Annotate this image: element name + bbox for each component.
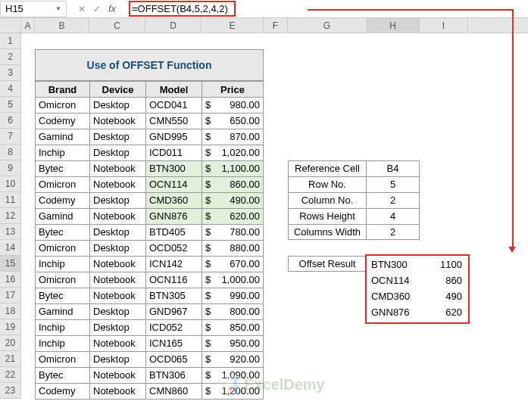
cell-price[interactable]: $1,020.00 <box>202 145 264 161</box>
cell-brand[interactable]: Gamind <box>35 209 89 225</box>
cell-brand[interactable]: Inchip <box>35 336 89 352</box>
cell-brand[interactable]: Bytec <box>35 288 89 304</box>
row-header[interactable]: 14 <box>0 240 21 256</box>
param-value[interactable]: 5 <box>367 176 420 192</box>
cell-model[interactable]: CMN860 <box>145 384 202 400</box>
cell-model[interactable]: BTD405 <box>145 225 202 241</box>
result-value[interactable]: 860 <box>420 273 467 289</box>
cell-device[interactable]: Desktop <box>89 145 145 161</box>
cell-price[interactable]: $850.00 <box>202 320 264 336</box>
cell-model[interactable]: GND995 <box>145 129 202 145</box>
cell-model[interactable]: BTN300 <box>145 161 202 177</box>
row-header[interactable]: 21 <box>0 351 21 367</box>
cell-price[interactable]: $950.00 <box>202 336 264 352</box>
cell-device[interactable]: Notebook <box>89 288 145 304</box>
result-model[interactable]: BTN300 <box>368 257 420 273</box>
result-value[interactable]: 620 <box>420 305 467 321</box>
row-header[interactable]: 5 <box>0 97 21 113</box>
result-model[interactable]: CMD360 <box>368 289 420 305</box>
cell-brand[interactable]: Codemy <box>35 384 89 400</box>
cell-model[interactable]: OCN114 <box>145 177 202 193</box>
cell-model[interactable]: CMD360 <box>145 193 202 209</box>
cell-model[interactable]: GNN876 <box>145 209 202 225</box>
param-label[interactable]: Columns Width <box>288 224 367 240</box>
cells-area[interactable]: Use of OFFSET Function Brand Device Mode… <box>21 33 528 399</box>
cell-brand[interactable]: Bytec <box>35 368 89 384</box>
cell-brand[interactable]: Codemy <box>35 114 89 129</box>
col-header[interactable]: H <box>367 18 420 33</box>
cell-device[interactable]: Notebook <box>89 257 145 272</box>
name-box[interactable]: H15 ▼ <box>0 1 67 17</box>
row-header[interactable]: 9 <box>0 160 21 176</box>
cell-brand[interactable]: Omicron <box>35 241 89 257</box>
row-header[interactable]: 22 <box>0 367 21 383</box>
cell-device[interactable]: Notebook <box>89 368 145 384</box>
cell-brand[interactable]: Codemy <box>35 193 89 209</box>
col-header[interactable]: D <box>145 18 202 33</box>
cell-device[interactable]: Notebook <box>89 272 145 288</box>
cell-price[interactable]: $870.00 <box>202 129 264 145</box>
cell-model[interactable]: ICN165 <box>145 336 202 352</box>
param-label[interactable]: Row No. <box>288 176 367 192</box>
col-header[interactable]: I <box>420 18 468 33</box>
cell-brand[interactable]: Omicron <box>35 98 89 114</box>
cell-price[interactable]: $1,000.00 <box>202 272 264 288</box>
cell-brand[interactable]: Inchip <box>35 257 89 272</box>
fx-icon[interactable]: fx <box>106 3 118 14</box>
check-icon[interactable]: ✓ <box>91 4 103 14</box>
param-value[interactable]: B4 <box>367 160 420 176</box>
cell-price[interactable]: $490.00 <box>202 193 264 209</box>
cell-model[interactable]: OCD041 <box>145 98 202 114</box>
cell-model[interactable]: GND967 <box>145 304 202 320</box>
cell-device[interactable]: Desktop <box>89 304 145 320</box>
row-header[interactable]: 10 <box>0 176 21 192</box>
cell-model[interactable]: BTN306 <box>145 368 202 384</box>
cell-price[interactable]: $980.00 <box>202 98 264 114</box>
cell-price[interactable]: $1,200.00 <box>202 384 264 400</box>
cell-device[interactable]: Desktop <box>89 98 145 114</box>
row-header[interactable]: 3 <box>0 65 21 81</box>
cell-device[interactable]: Notebook <box>89 384 145 400</box>
cell-model[interactable]: ICD011 <box>145 145 202 161</box>
cell-model[interactable]: CMN550 <box>145 114 202 129</box>
cell-price[interactable]: $1,090.00 <box>202 368 264 384</box>
row-header[interactable]: 6 <box>0 113 21 129</box>
col-header[interactable]: A <box>21 18 35 33</box>
row-header[interactable]: 11 <box>0 192 21 208</box>
cell-model[interactable]: OCD065 <box>145 352 202 368</box>
cell-brand[interactable]: Gamind <box>35 129 89 145</box>
cell-price[interactable]: $620.00 <box>202 209 264 225</box>
param-label[interactable]: Rows Height <box>288 208 367 224</box>
param-value[interactable]: 4 <box>367 208 420 224</box>
cell-brand[interactable]: Omicron <box>35 352 89 368</box>
result-model[interactable]: OCN114 <box>368 273 420 289</box>
cell-price[interactable]: $880.00 <box>202 241 264 257</box>
result-value[interactable]: 1100 <box>420 257 467 273</box>
row-header[interactable]: 18 <box>0 303 21 319</box>
cell-price[interactable]: $860.00 <box>202 177 264 193</box>
cell-device[interactable]: Desktop <box>89 352 145 368</box>
row-header[interactable]: 4 <box>0 81 21 97</box>
cell-device[interactable]: Notebook <box>89 209 145 225</box>
cell-device[interactable]: Notebook <box>89 336 145 352</box>
cell-price[interactable]: $670.00 <box>202 257 264 272</box>
cell-brand[interactable]: Inchip <box>35 145 89 161</box>
row-header[interactable]: 19 <box>0 319 21 335</box>
param-value[interactable]: 2 <box>367 224 420 240</box>
row-header[interactable]: 15 <box>0 256 21 272</box>
row-header[interactable]: 17 <box>0 288 21 303</box>
row-header[interactable]: 23 <box>0 383 21 399</box>
cell-device[interactable]: Desktop <box>89 129 145 145</box>
row-header[interactable]: 12 <box>0 208 21 224</box>
col-header[interactable]: G <box>288 18 367 33</box>
cell-price[interactable]: $1,100.00 <box>202 161 264 177</box>
cell-device[interactable]: Desktop <box>89 320 145 336</box>
cell-device[interactable]: Desktop <box>89 193 145 209</box>
chevron-down-icon[interactable]: ▼ <box>55 5 61 12</box>
cell-brand[interactable]: Bytec <box>35 225 89 241</box>
cell-device[interactable]: Notebook <box>89 177 145 193</box>
row-header[interactable]: 20 <box>0 335 21 351</box>
cell-model[interactable]: ICD052 <box>145 320 202 336</box>
cell-device[interactable]: Notebook <box>89 114 145 129</box>
cell-price[interactable]: $920.00 <box>202 352 264 368</box>
